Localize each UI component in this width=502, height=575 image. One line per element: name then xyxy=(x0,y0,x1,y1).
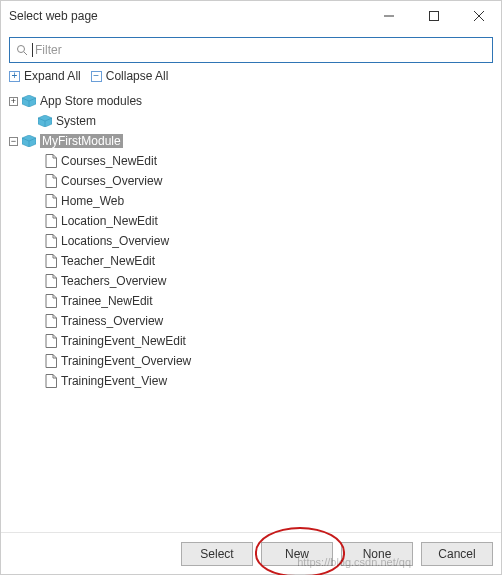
minus-box-icon: − xyxy=(91,71,102,82)
page-icon xyxy=(45,274,57,288)
close-icon xyxy=(474,11,484,21)
text-caret xyxy=(32,43,33,57)
select-label: Select xyxy=(200,547,233,561)
tree-node-page[interactable]: TrainingEvent_NewEdit xyxy=(9,331,493,351)
collapse-all-button[interactable]: − Collapse All xyxy=(91,69,169,83)
module-icon xyxy=(22,95,36,107)
tree-label: Locations_Overview xyxy=(61,234,169,248)
tree-node-system[interactable]: + System xyxy=(9,111,493,131)
page-icon xyxy=(45,214,57,228)
tree-node-mymodule[interactable]: − MyFirstModule xyxy=(9,131,493,151)
cancel-label: Cancel xyxy=(438,547,475,561)
tree-node-page[interactable]: Locations_Overview xyxy=(9,231,493,251)
expand-all-label: Expand All xyxy=(24,69,81,83)
tree-node-page[interactable]: Trainee_NewEdit xyxy=(9,291,493,311)
tree-label: Teacher_NewEdit xyxy=(61,254,155,268)
tree-label: Location_NewEdit xyxy=(61,214,158,228)
expand-collapse-toolbar: + Expand All − Collapse All xyxy=(9,69,493,83)
page-icon xyxy=(45,194,57,208)
tree-label: Trainess_Overview xyxy=(61,314,163,328)
tree-label: Courses_NewEdit xyxy=(61,154,157,168)
page-icon xyxy=(45,354,57,368)
tree-view[interactable]: + App Store modules + System − MyFirstMo… xyxy=(9,89,493,524)
tree-node-page[interactable]: Home_Web xyxy=(9,191,493,211)
tree-label-selected: MyFirstModule xyxy=(40,134,123,148)
dialog-body: Filter + Expand All − Collapse All + App… xyxy=(1,31,501,532)
svg-point-4 xyxy=(18,46,25,53)
tree-label: TrainingEvent_View xyxy=(61,374,167,388)
tree-node-page[interactable]: TrainingEvent_Overview xyxy=(9,351,493,371)
tree-node-page[interactable]: TrainingEvent_View xyxy=(9,371,493,391)
page-icon xyxy=(45,314,57,328)
cancel-button[interactable]: Cancel xyxy=(421,542,493,566)
plus-box-icon: + xyxy=(9,71,20,82)
tree-label: TrainingEvent_Overview xyxy=(61,354,191,368)
select-button[interactable]: Select xyxy=(181,542,253,566)
none-button[interactable]: None xyxy=(341,542,413,566)
tree-node-page[interactable]: Courses_Overview xyxy=(9,171,493,191)
tree-label: App Store modules xyxy=(40,94,142,108)
close-button[interactable] xyxy=(456,1,501,31)
collapse-all-label: Collapse All xyxy=(106,69,169,83)
new-label: New xyxy=(285,547,309,561)
filter-input[interactable]: Filter xyxy=(9,37,493,63)
filter-placeholder: Filter xyxy=(35,43,62,57)
tree-label: TrainingEvent_NewEdit xyxy=(61,334,186,348)
expander-expanded-icon[interactable]: − xyxy=(9,137,18,146)
maximize-button[interactable] xyxy=(411,1,456,31)
page-icon xyxy=(45,154,57,168)
titlebar: Select web page xyxy=(1,1,501,31)
page-icon xyxy=(45,174,57,188)
new-button[interactable]: New xyxy=(261,542,333,566)
page-icon xyxy=(45,234,57,248)
module-icon xyxy=(22,135,36,147)
page-icon xyxy=(45,294,57,308)
page-icon xyxy=(45,334,57,348)
page-icon xyxy=(45,254,57,268)
window-controls xyxy=(366,1,501,31)
button-bar: https://blog.csdn.net/qq Select New None… xyxy=(1,532,501,574)
tree-label: Home_Web xyxy=(61,194,124,208)
tree-node-page[interactable]: Teachers_Overview xyxy=(9,271,493,291)
expander-collapsed-icon[interactable]: + xyxy=(9,97,18,106)
tree-label: Trainee_NewEdit xyxy=(61,294,153,308)
search-icon xyxy=(16,44,28,56)
minimize-button[interactable] xyxy=(366,1,411,31)
tree-label: Courses_Overview xyxy=(61,174,162,188)
tree-node-appstore[interactable]: + App Store modules xyxy=(9,91,493,111)
window-title: Select web page xyxy=(9,9,366,23)
tree-node-page[interactable]: Location_NewEdit xyxy=(9,211,493,231)
svg-line-5 xyxy=(24,52,27,55)
tree-node-page[interactable]: Trainess_Overview xyxy=(9,311,493,331)
tree-label: System xyxy=(56,114,96,128)
page-icon xyxy=(45,374,57,388)
svg-rect-1 xyxy=(429,12,438,21)
tree-node-page[interactable]: Teacher_NewEdit xyxy=(9,251,493,271)
minimize-icon xyxy=(384,11,394,21)
maximize-icon xyxy=(429,11,439,21)
tree-node-page[interactable]: Courses_NewEdit xyxy=(9,151,493,171)
none-label: None xyxy=(363,547,392,561)
dialog-window: Select web page Filter + Expand All xyxy=(0,0,502,575)
expand-all-button[interactable]: + Expand All xyxy=(9,69,81,83)
module-icon xyxy=(38,115,52,127)
tree-label: Teachers_Overview xyxy=(61,274,166,288)
